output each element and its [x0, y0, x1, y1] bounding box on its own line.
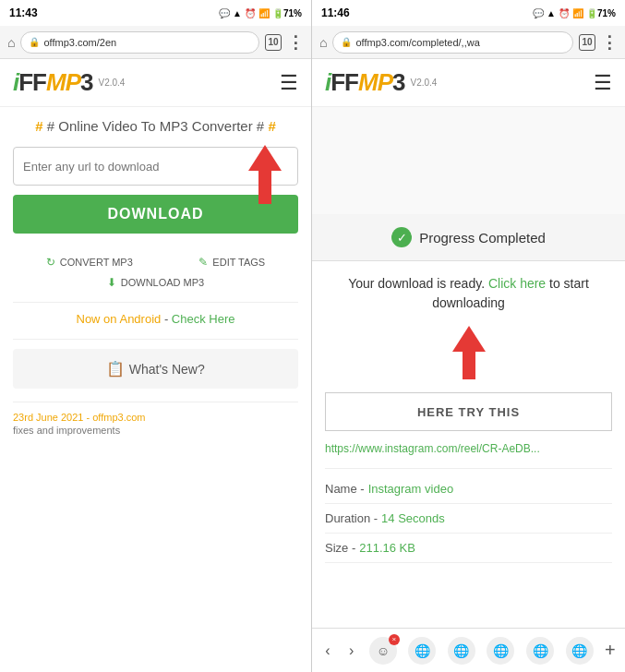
logo-version-right: V2.0.4	[410, 78, 437, 88]
tab-count-right[interactable]: 10	[579, 34, 595, 51]
signal-icon-r: ▲	[547, 8, 556, 18]
lock-icon-right: 🔒	[341, 37, 352, 47]
globe-icon-3: 🌐	[493, 643, 509, 658]
wifi-icon-r: 📶	[572, 8, 583, 18]
browser-bar-left: ⌂ 🔒 offmp3.com/2en 10 ⋮	[0, 26, 311, 59]
size-label: Size -	[325, 541, 355, 555]
right-content: Your download is ready. Click here to st…	[312, 261, 625, 628]
download-mp3-label: DOWNLOAD MP3	[121, 277, 204, 288]
globe-icon-4: 🌐	[533, 643, 548, 658]
alarm-icon: ⏰	[245, 8, 256, 18]
home-icon-r[interactable]: ⌂	[319, 35, 327, 50]
browser-bar-right: ⌂ 🔒 offmp3.com/completed/,,wa 10 ⋮	[312, 26, 625, 59]
whats-new-box: 📋 What's New?	[13, 349, 298, 389]
lock-icon-left: 🔒	[29, 37, 40, 47]
globe-icon-1: 🌐	[415, 643, 430, 658]
logo-text-left: iFFMP3	[13, 68, 92, 97]
changelog-text: fixes and improvements	[13, 425, 298, 436]
battery-icon-r: 🔋71%	[586, 8, 616, 18]
edit-tags-feature[interactable]: ✎ EDIT TAGS	[198, 256, 265, 269]
url-bar-right[interactable]: 🔒 offmp3.com/completed/,,wa	[332, 31, 573, 54]
status-bar-left: 11:43 💬 ▲ ⏰ 📶 🔋71%	[0, 0, 311, 26]
arrow-shaft	[258, 171, 271, 204]
whatsapp-icon-r: 💬	[533, 8, 544, 18]
signal-icon: ▲	[233, 8, 242, 18]
arrow-indicator-left	[248, 145, 282, 204]
more-menu-icon-right[interactable]: ⋮	[601, 32, 618, 53]
meta-size: Size - 211.16 KB	[325, 534, 612, 563]
nav-tab-5[interactable]: 🌐	[526, 637, 554, 665]
url-bar-left[interactable]: 🔒 offmp3.com/2en	[20, 31, 259, 54]
whats-new-icon: 📋	[106, 361, 128, 377]
logo-area-right: iFFMP3 V2.0.4	[325, 68, 437, 97]
here-try-button[interactable]: HERE TRY THIS	[325, 392, 612, 431]
nav-tab-2[interactable]: 🌐	[408, 637, 436, 665]
hamburger-menu-right[interactable]: ☰	[594, 71, 612, 95]
duration-label: Duration -	[325, 511, 378, 525]
url-text-right: offmp3.com/completed/,,wa	[355, 37, 479, 48]
close-badge: ×	[389, 634, 400, 645]
nav-tab-4[interactable]: 🌐	[487, 637, 514, 665]
divider-2	[13, 339, 298, 340]
edit-label: EDIT TAGS	[212, 257, 265, 268]
arrow-head-r	[452, 326, 486, 352]
logo-version-left: V2.0.4	[98, 78, 125, 88]
battery-icon: 🔋71%	[272, 8, 302, 18]
hamburger-menu-left[interactable]: ☰	[280, 71, 298, 95]
page-content-left: # # Online Video To MP3 Converter # # DO…	[0, 107, 311, 672]
size-value: 211.16 KB	[359, 541, 415, 555]
more-menu-icon-left[interactable]: ⋮	[287, 32, 304, 53]
check-here-link[interactable]: Check Here	[172, 312, 235, 326]
smiley-icon: ☺	[377, 643, 390, 658]
wifi-icon: 📶	[258, 8, 270, 18]
nav-tab-3[interactable]: 🌐	[448, 637, 475, 665]
download-mp3-feature[interactable]: ⬇ DOWNLOAD MP3	[13, 276, 298, 289]
progress-completed-bar: ✓ Progress Completed	[312, 214, 625, 261]
bottom-nav: ‹ › ☺ × 🌐 🌐 🌐 🌐 🌐 +	[312, 628, 625, 672]
duration-value: 14 Seconds	[381, 511, 445, 525]
divider-1	[13, 302, 298, 303]
click-here-link[interactable]: Click here	[488, 276, 546, 291]
add-tab-button[interactable]: +	[605, 640, 616, 661]
arrow-shaft-r	[463, 352, 475, 379]
right-phone-panel: 11:46 💬 ▲ ⏰ 📶 🔋71% ⌂ 🔒 offmp3.com/comple…	[312, 0, 625, 672]
status-bar-right: 11:46 💬 ▲ ⏰ 📶 🔋71%	[312, 0, 625, 26]
instagram-url[interactable]: https://www.instagram.com/reel/CR-AeDB..…	[325, 442, 612, 455]
status-time-left: 11:43	[9, 6, 38, 19]
status-icons-right: 💬 ▲ ⏰ 📶 🔋71%	[533, 8, 616, 18]
name-label: Name -	[325, 482, 365, 496]
hash-icon-left: #	[35, 118, 42, 134]
whats-new-title: What's New?	[129, 362, 205, 377]
tab-count-left[interactable]: 10	[265, 34, 282, 51]
meta-name: Name - Instagram video	[325, 474, 612, 504]
convert-label: CONVERT MP3	[60, 257, 133, 268]
left-phone-panel: 11:43 💬 ▲ ⏰ 📶 🔋71% ⌂ 🔒 offmp3.com/2en 10…	[0, 0, 312, 672]
divider-right-1	[325, 468, 612, 469]
check-circle-icon: ✓	[391, 227, 412, 247]
status-icons-left: 💬 ▲ ⏰ 📶 🔋71%	[219, 8, 302, 18]
download-icon: ⬇	[107, 276, 116, 289]
convert-icon: ↻	[46, 256, 55, 269]
convert-mp3-feature[interactable]: ↻ CONVERT MP3	[46, 256, 133, 269]
converter-title: # # Online Video To MP3 Converter # #	[13, 118, 298, 134]
app-header-right: iFFMP3 V2.0.4 ☰	[312, 59, 625, 107]
hash-icon-right: #	[268, 118, 275, 134]
logo-area-left: iFFMP3 V2.0.4	[13, 68, 125, 97]
whatsapp-icon: 💬	[219, 8, 230, 18]
nav-tab-1[interactable]: ☺ ×	[369, 637, 397, 665]
status-time-right: 11:46	[321, 6, 350, 19]
divider-3	[13, 402, 298, 402]
changelog-date: 23rd June 2021 - offmp3.com	[13, 412, 298, 423]
name-value: Instagram video	[368, 482, 454, 496]
progress-label: Progress Completed	[419, 230, 546, 246]
download-ready-text: Your download is ready. Click here to st…	[325, 274, 612, 313]
meta-duration: Duration - 14 Seconds	[325, 504, 612, 534]
meta-rows: Name - Instagram video Duration - 14 Sec…	[325, 474, 612, 563]
arrow-head	[248, 145, 282, 171]
edit-icon: ✎	[198, 256, 208, 269]
forward-arrow[interactable]: ›	[345, 639, 357, 663]
home-icon[interactable]: ⌂	[7, 35, 15, 50]
nav-tab-6[interactable]: 🌐	[566, 637, 594, 665]
back-arrow[interactable]: ‹	[321, 639, 333, 663]
arrow-indicator-right	[325, 326, 612, 379]
